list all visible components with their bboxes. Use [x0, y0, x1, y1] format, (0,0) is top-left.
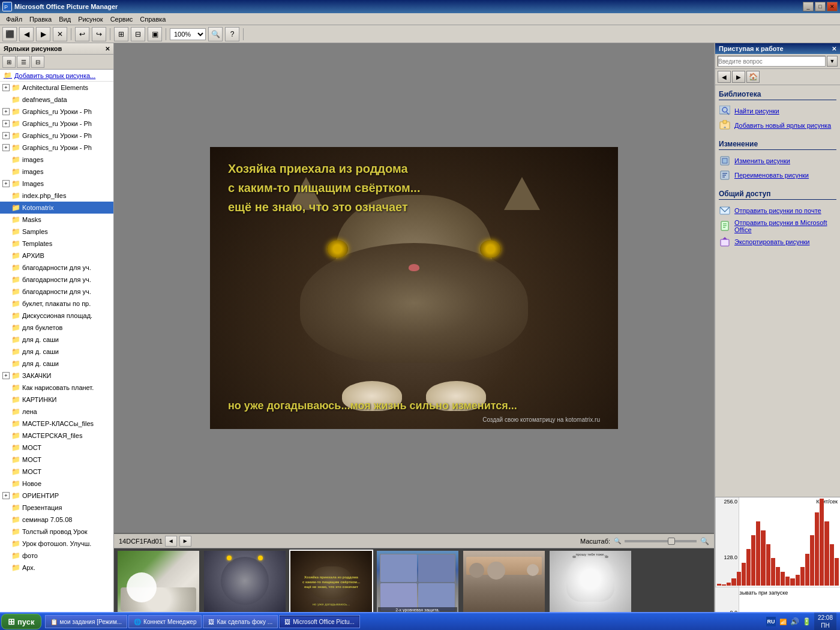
tree-item-35[interactable]: 📁Презентация	[0, 502, 113, 514]
toolbar-filmstrip-btn[interactable]: ⊟	[131, 27, 145, 41]
tree-item-14[interactable]: 📁АРХИВ	[0, 250, 113, 262]
tree-item-36[interactable]: 📁семинар 7.05.08	[0, 514, 113, 526]
panel-view-btn-1[interactable]: ⊞	[2, 56, 16, 68]
rp-back-btn[interactable]: ◀	[718, 71, 731, 83]
tray-lang-icon[interactable]: RU	[766, 617, 776, 626]
rp-home-btn[interactable]: 🏠	[746, 71, 760, 83]
panel-close-btn[interactable]: ✕	[105, 46, 110, 52]
tree-item-24[interactable]: +📁ЗАКАЧКИ	[0, 370, 113, 382]
panel-view-btn-2[interactable]: ☰	[17, 56, 30, 68]
toolbar-redo-btn[interactable]: ↪	[92, 27, 106, 41]
menu-picture[interactable]: Рисунок	[74, 14, 107, 24]
tree-item-20[interactable]: 📁для буклетов	[0, 322, 113, 334]
menu-help[interactable]: Справка	[136, 14, 169, 24]
tree-expand-34[interactable]: +	[2, 492, 10, 499]
tree-expand-8[interactable]: +	[2, 180, 10, 187]
tree-area[interactable]: +📁Architectural Elements📁deafnews_data+📁…	[0, 82, 113, 617]
menu-file[interactable]: Файл	[2, 14, 26, 24]
toolbar-back-btn[interactable]: ◀	[19, 27, 34, 41]
tree-item-15[interactable]: 📁благодарности для уч.	[0, 262, 113, 274]
zoom-slider-thumb[interactable]	[668, 538, 675, 545]
tree-item-29[interactable]: 📁МАСТЕРСКАЯ_files	[0, 430, 113, 442]
menu-service[interactable]: Сервис	[107, 14, 137, 24]
tree-item-32[interactable]: 📁МОСТ	[0, 466, 113, 478]
minimize-button[interactable]: _	[803, 2, 814, 11]
tree-item-6[interactable]: 📁images	[0, 154, 113, 166]
thumb-next-btn[interactable]: ►	[179, 536, 191, 547]
tree-expand-5[interactable]: +	[2, 144, 10, 151]
link-find-pictures[interactable]: Найти рисунки	[719, 104, 836, 118]
toolbar-shortcut-btn[interactable]: ⬛	[2, 27, 17, 41]
thumbnail-4[interactable]: 2-х уровневая защита.	[376, 550, 460, 616]
taskbar-item-1[interactable]: 📋 мои задания [Режим...	[45, 615, 128, 628]
tree-item-27[interactable]: 📁лена	[0, 406, 113, 418]
tree-item-16[interactable]: 📁благодарности для уч.	[0, 274, 113, 286]
tree-item-3[interactable]: +📁Graphics_ru Уроки - Ph	[0, 118, 113, 130]
tree-item-0[interactable]: +📁Architectural Elements	[0, 82, 113, 94]
tree-item-30[interactable]: 📁МОСТ	[0, 442, 113, 454]
tree-item-37[interactable]: 📁Толстый провод Урок	[0, 526, 113, 538]
toolbar-stop-btn[interactable]: ✕	[53, 27, 67, 41]
tree-expand-4[interactable]: +	[2, 132, 10, 139]
tree-item-2[interactable]: +📁Graphics_ru Уроки - Ph	[0, 106, 113, 118]
thumbnail-2[interactable]	[203, 550, 287, 616]
tray-volume-icon[interactable]: 🔊	[790, 617, 800, 626]
taskbar-item-3[interactable]: 🖼 Как сделать фоку ...	[203, 615, 278, 628]
tree-item-40[interactable]: 📁Арх.	[0, 562, 113, 574]
thumbnail-5[interactable]	[462, 550, 546, 616]
tree-item-39[interactable]: 📁фото	[0, 550, 113, 562]
tree-expand-2[interactable]: +	[2, 108, 10, 115]
rp-fwd-btn[interactable]: ▶	[732, 71, 745, 83]
tree-expand-24[interactable]: +	[2, 372, 10, 379]
tree-item-12[interactable]: 📁Samples	[0, 226, 113, 238]
right-panel-close[interactable]: ✕	[832, 46, 836, 52]
maximize-button[interactable]: □	[815, 2, 826, 11]
menu-edit[interactable]: Правка	[26, 14, 55, 24]
thumb-prev-btn[interactable]: ◄	[165, 536, 177, 547]
tree-item-31[interactable]: 📁МОСТ	[0, 454, 113, 466]
menu-view[interactable]: Вид	[55, 14, 74, 24]
tree-item-10[interactable]: 📁Kotomatrix	[0, 202, 113, 214]
toolbar-grid-view-btn[interactable]: ⊞	[114, 27, 128, 41]
panel-view-btn-3[interactable]: ⊟	[31, 56, 44, 68]
zoom-slider[interactable]	[625, 540, 697, 542]
tree-item-18[interactable]: 📁буклет, плакаты по пр.	[0, 298, 113, 310]
thumbnail-3[interactable]: Хозяйка приехала из роддомас каким-то пи…	[289, 550, 373, 616]
tree-item-7[interactable]: 📁images	[0, 166, 113, 178]
tree-item-19[interactable]: 📁Дискуссионая площад.	[0, 310, 113, 322]
tree-item-11[interactable]: 📁Masks	[0, 214, 113, 226]
link-export[interactable]: Экспортировать рисунки	[719, 235, 836, 249]
tree-item-17[interactable]: 📁благодарности для уч.	[0, 286, 113, 298]
tree-expand-0[interactable]: +	[2, 84, 10, 91]
add-shortcut-link[interactable]: 📁 Добавить ярлык рисунка...	[0, 70, 113, 82]
link-send-email[interactable]: Отправить рисунки по почте	[719, 203, 836, 218]
tree-expand-3[interactable]: +	[2, 120, 10, 127]
taskbar-item-4[interactable]: 🖼 Microsoft Office Pictu...	[279, 615, 360, 628]
tree-item-21[interactable]: 📁для д. саши	[0, 334, 113, 346]
tree-item-34[interactable]: +📁ОРИЕНТИР	[0, 490, 113, 502]
tree-item-13[interactable]: 📁Templates	[0, 238, 113, 250]
thumbnail-6[interactable]: прошу тебя тоже...	[548, 550, 632, 616]
start-button[interactable]: ⊞ пуск	[1, 614, 41, 629]
link-send-office[interactable]: Отправить рисунки в Microsoft Office	[719, 218, 836, 235]
close-button[interactable]: ✕	[827, 2, 838, 11]
tree-item-38[interactable]: 📁Урок фотошоп. Улучш.	[0, 538, 113, 550]
tree-item-22[interactable]: 📁для д. саши	[0, 346, 113, 358]
tree-item-25[interactable]: 📁Как нарисовать планет.	[0, 382, 113, 394]
zoom-combo[interactable]: 100% 50% 75% 150% 200%	[170, 28, 206, 40]
link-add-shortcut[interactable]: + Добавить новый ярлык рисунка	[719, 118, 836, 133]
tree-item-26[interactable]: 📁КАРТИНКИ	[0, 394, 113, 406]
thumbnail-1[interactable]	[116, 550, 200, 616]
toolbar-help-btn[interactable]: ?	[225, 27, 239, 41]
tree-item-8[interactable]: +📁Images	[0, 178, 113, 190]
tree-item-1[interactable]: 📁deafnews_data	[0, 94, 113, 106]
tree-item-9[interactable]: 📁index.php_files	[0, 190, 113, 202]
tree-item-28[interactable]: 📁МАСТЕР-КЛАССы_files	[0, 418, 113, 430]
toolbar-zoom-btn[interactable]: 🔍	[208, 27, 223, 41]
tree-item-4[interactable]: +📁Graphics_ru Уроки - Ph	[0, 130, 113, 142]
help-search-button[interactable]: ▼	[827, 56, 838, 67]
link-edit-pictures[interactable]: Изменить рисунки	[719, 154, 836, 168]
toolbar-fwd-btn[interactable]: ▶	[36, 27, 50, 41]
tree-item-5[interactable]: +📁Graphics_ru Уроки - Ph	[0, 142, 113, 154]
toolbar-single-view-btn[interactable]: ▣	[148, 27, 162, 41]
